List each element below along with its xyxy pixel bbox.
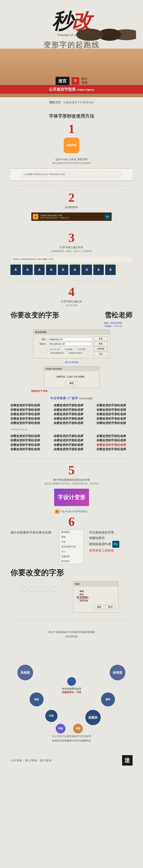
software-row: Ai Adobe Illustrator CS6 软件下载自找文件内（习惯Ps … [31,213,112,221]
sample-line-highlighted: 你要改变的字形松老师 [96,443,133,447]
step-4-desc: 打开字体汇编文件 以中文为例 [0,298,143,309]
font-file-icon: A [93,265,104,275]
font-file-icon: A [70,265,80,275]
ai-reassurance: Ai 不会 AI 的小伙伴不用担心 [0,508,143,516]
sample-line: 你要改变的字形松老师 [10,421,47,425]
variation-note: 你改变的字形松老…… [0,427,143,432]
mindmap-node-字组: 字组 [56,724,66,734]
paste-opt-path[interactable]: 路径 [77,593,84,596]
checkbox-forward[interactable]: 向前搜索 [62,348,73,351]
sample-line: 你要改变的字形松老师 [53,408,90,412]
sample-line: 你要改变的字形松老师 [96,438,133,443]
font-file-icon: A [105,265,116,275]
checkbox-case[interactable]: 区分大小写 [48,348,60,351]
context-menu: 撤消移动 重做 字体 最近使用的字体 大小 创建轮廓 拼写检查 [59,530,84,564]
bottom-logo: 迷 [122,755,133,766]
track-caption: 变形字的起跑线 [44,40,100,50]
red-banner: 公开迷宫字型库 [字体包+汇编文件] [0,85,143,94]
paste-opt-pixel[interactable]: 像素 [77,590,84,592]
paste-ok-button[interactable]: 确定 [94,604,104,609]
ps-icon-inline: Ps [112,541,119,548]
font-file-icon: A [22,265,33,275]
menu-item[interactable]: 拼写检查 [59,559,84,564]
closing-text: 以上方式方法迷宫独创学习交流首秀 查阅迷宫老师极致分享详见视频内容 [0,731,143,746]
mindmap-node-风格面: 风格面 [18,665,33,680]
step-3-desc: 打开字体汇编文件夹 给脑装模板库（建议）或以个人习惯存放 [0,244,143,254]
bottom-slogan: 人生加油，做人加油，设计加油 [10,759,52,762]
step-2-number: 2 [0,191,143,204]
bottom-bar: 人生加油，做人加油，设计加油 迷 [0,751,143,769]
menu-item[interactable]: 撤消移动 [59,530,84,535]
sample-line: 你要改变的字形松老师 [96,408,133,412]
paste-dialog: 粘贴 像素 路径 形状图层 智能对象 确定 取消 [73,581,118,613]
mindmap-node-版块: 版块 [101,692,115,706]
sample-line: 你要改变的字形松老师 [53,447,90,452]
paste-opt-smart[interactable]: 智能对象 [77,599,88,602]
ai-icon-small: Ai [55,509,59,514]
checkbox-locked[interactable]: 检查锁定的图层 [66,351,82,354]
alert-message: 搜索完成，已进行 251 处替换。 [46,373,97,381]
explorer-path: ▸ 此电脑 ▸ Windows (C:) ▸ Windows ▸ Fonts [22,171,121,178]
sample-line: 你要改变的字形松老师 [96,412,133,416]
menu-item[interactable]: 重做 [59,535,84,539]
sample-text-right: 雪松老师 [105,309,133,321]
sample-line: 你要改变的字形松老师 [10,434,47,438]
ps-icon: Ps [105,214,110,219]
sample-line: 你要改变的字形松老师 [10,416,47,421]
font-sample-grid-2: 你要改变的字形松老师 你要改变的字形松老师 你要改变的字形松老师 你要改变的字形… [0,432,143,453]
alert-ok-button[interactable]: 确定 [66,381,77,385]
menu-item[interactable]: 最近使用的字体 [59,545,84,549]
step-6-right-text: 可以将秒改的字形， 创建轮廓后 复制粘贴进Ps里 Ps 使用变形工具秒改 [89,530,133,553]
menu-item-outline[interactable]: 创建轮廓 [59,554,84,559]
acquire-note: 获取方式：云盘链接见下方及评论内 [0,97,143,108]
replace-label: 替换为： [35,342,48,345]
font-file-icon: A [81,265,92,275]
sample-line: 你要改变的字形松老师 [96,421,133,425]
divider [14,619,129,620]
step-6-left-text: 选中你想要的字体后单击右键 [10,530,54,535]
mindmap-node-色块: 色块 [30,692,44,706]
find-label: 查找： [35,338,48,341]
compare-heading: 中文字体库 / 广告字 其余体未裁图 [0,393,143,401]
click-hint: 单击全部替换 [0,360,143,365]
font-file-icon: A [10,265,21,275]
paste-opt-shape[interactable]: 形状图层 [77,596,88,599]
replace-input[interactable] [49,342,92,346]
sample-line: 你要改变的字形松老师 [10,447,47,452]
find-button[interactable]: 查找 [94,337,108,341]
sample-line: 你要改变的字形松老师 [10,412,47,416]
person-icon [67,677,76,686]
paste-cancel-button[interactable]: 取消 [105,604,115,609]
menu-item[interactable]: 大小 [59,549,84,554]
logo-accent: 字 [72,77,79,85]
sample-line: 你要改变的字形松老师 [53,403,90,408]
step-2-title: 必须持软件 [0,204,143,211]
dialog-title: 查找和替换 [33,330,110,335]
find-replace-dialog: 查找和替换 查找： 替换为： 区分大小写 向前搜索 全字匹配 检查隐藏的图层 检… [33,330,110,358]
menu-hint: 编辑→查找和替换 快捷键：Alt+E+E [0,321,143,328]
mindmap: 放在你能看到的是 这篇核苦论→字块 风格面标准面色块版块字块改图块字组字形 [7,644,136,727]
font-files-row: A A A A A A A A A [10,265,133,275]
checkbox-whole[interactable]: 全字匹配 [75,348,85,351]
logo-band: 迷宫 字 设计变形 [55,77,88,85]
mindmap-node-字块: 字块 [45,710,57,722]
font-sample-grid: 你要改变的字形松老师 你要改变的字形松老师 你要改变的字形松老师 你要改变的字形… [0,401,143,427]
alert-title: Adobe Illustrator [44,367,99,371]
alert-dialog: Adobe Illustrator 搜索完成，已进行 251 处替换。 确定 [44,366,99,388]
hero-banner: 秒改 Change of second 变形字的起跑线 迷宫 字 设计变形 公开… [0,0,143,97]
sample-line: 你要改变的字形松老师 [10,408,47,412]
checkbox-hidden[interactable]: 检查隐藏的图层 [48,351,64,354]
mindmap-node-改图块: 改图块 [85,710,101,725]
sample-line: 你要改变的字形松老师 [53,443,90,447]
paste-dialog-title: 粘贴 [73,581,118,587]
replace-all-button[interactable]: 全部替换 [94,347,108,351]
step-1-desc: 合并 Fonts 文件夹 系统字库 相比的前的字体不用勾选可以直接替换 [0,156,143,166]
menu-item[interactable]: 字体 [59,539,84,545]
find-input[interactable] [49,338,92,341]
done-button[interactable]: 完成 [94,352,108,356]
replace-button[interactable]: 替换 [94,342,108,346]
course-logo: 字设计变形 [54,489,89,506]
mindmap-center: 放在你能看到的是 这篇核苦论→字块 [62,677,81,694]
sample-line: 你要改变的字形松老师 [96,403,133,408]
step-4-number: 4 [0,286,143,298]
